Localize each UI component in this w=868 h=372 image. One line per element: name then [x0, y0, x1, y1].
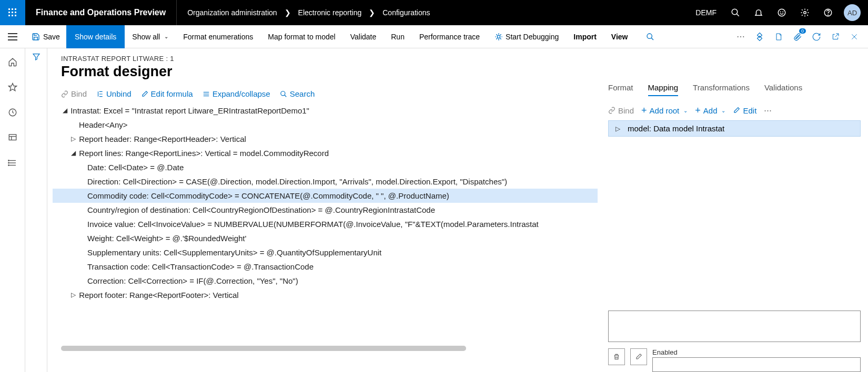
tree-node[interactable]: ▷ Report footer: Range<ReportFooter>: Ve…: [61, 288, 598, 302]
unbind-button[interactable]: Unbind: [96, 89, 132, 98]
performance-trace-button[interactable]: Performance trace: [412, 25, 487, 48]
save-button[interactable]: Save: [25, 25, 66, 48]
add-button[interactable]: +Add⌄: [695, 106, 725, 115]
avatar[interactable]: AD: [844, 4, 861, 21]
svg-point-38: [280, 91, 285, 95]
svg-line-10: [736, 14, 739, 16]
caret-right-icon[interactable]: ▷: [69, 288, 77, 302]
start-debugging-button[interactable]: Start Debugging: [487, 25, 566, 48]
import-button[interactable]: Import: [566, 25, 604, 48]
format-tree-panel: INTRASTAT REPORT LITWARE : 1 Format desi…: [47, 48, 608, 372]
star-icon[interactable]: [2, 78, 23, 97]
tree-node[interactable]: Direction: Cell<Direction> = CASE(@.Dire…: [61, 174, 598, 189]
refresh-icon[interactable]: [807, 25, 826, 48]
popout-icon[interactable]: [826, 25, 845, 48]
hamburger-icon[interactable]: [0, 25, 25, 48]
caret-right-icon[interactable]: ▷: [69, 132, 77, 146]
chevron-right-icon: ❯: [285, 8, 291, 17]
close-icon[interactable]: [845, 25, 864, 48]
mapping-bind-button[interactable]: Bind: [608, 106, 634, 115]
edit-pencil-icon[interactable]: [630, 348, 647, 365]
delete-icon[interactable]: [608, 348, 625, 365]
add-root-button[interactable]: +Add root⌄: [641, 106, 688, 115]
tree-node[interactable]: ◢ Intrastat: Excel = "Intrastat report L…: [61, 104, 598, 118]
workspace-icon[interactable]: [2, 128, 23, 147]
top-bar: Finance and Operations Preview Organizat…: [0, 0, 868, 25]
tree-node[interactable]: Weight: Cell<Weight> = @.'$RoundedWeight…: [61, 231, 598, 245]
breadcrumb-item[interactable]: Organization administration: [187, 8, 277, 17]
tree-node[interactable]: Country/region of destination: Cell<Coun…: [61, 203, 598, 217]
svg-point-16: [828, 15, 829, 15]
svg-point-21: [647, 34, 652, 38]
smiley-icon[interactable]: [771, 0, 792, 25]
format-tree: ◢ Intrastat: Excel = "Intrastat report L…: [61, 104, 598, 302]
show-details-button[interactable]: Show details: [66, 25, 125, 48]
tree-node[interactable]: ◢ Report lines: Range<ReportLines>: Vert…: [61, 146, 598, 160]
search-icon[interactable]: [725, 0, 746, 25]
svg-point-33: [8, 162, 9, 163]
tree-node[interactable]: Transaction code: Cell<TransactionCode> …: [61, 260, 598, 274]
caret-down-icon[interactable]: ◢: [61, 104, 68, 118]
svg-point-9: [732, 9, 738, 15]
expand-collapse-button[interactable]: Expand/collapse: [203, 89, 270, 98]
validate-button[interactable]: Validate: [343, 25, 384, 48]
view-button[interactable]: View: [604, 25, 635, 48]
tree-node[interactable]: Correction: Cell<Correction> = IF(@.Corr…: [61, 274, 598, 288]
svg-rect-6: [8, 15, 10, 16]
svg-rect-8: [15, 15, 16, 16]
help-icon[interactable]: [817, 0, 839, 25]
bell-icon[interactable]: [748, 0, 769, 25]
panel-tabs: Format Mapping Transformations Validatio…: [608, 55, 861, 96]
edit-formula-button[interactable]: Edit formula: [141, 89, 193, 98]
enabled-input[interactable]: [652, 357, 861, 372]
page-title: Format designer: [61, 64, 598, 80]
left-rail: [0, 48, 25, 372]
caret-down-icon[interactable]: ◢: [69, 146, 77, 160]
mapping-more-icon[interactable]: ⋯: [764, 106, 772, 115]
svg-rect-26: [9, 135, 16, 140]
app-launcher-icon[interactable]: [0, 0, 25, 25]
filter-icon[interactable]: [32, 53, 41, 372]
modules-icon[interactable]: [2, 153, 23, 172]
tree-node-selected[interactable]: Commodity code: Cell<CommodityCode> = CO…: [53, 189, 598, 203]
svg-rect-3: [8, 12, 10, 13]
tree-node[interactable]: Date: Cell<Date> = @.Date: [61, 160, 598, 174]
tab-validations[interactable]: Validations: [764, 83, 802, 96]
office-icon[interactable]: [769, 25, 788, 48]
tab-transformations[interactable]: Transformations: [693, 83, 750, 96]
recent-icon[interactable]: [2, 103, 23, 122]
tree-node[interactable]: Supplementary units: Cell<SupplementaryU…: [61, 245, 598, 260]
tree-search-button[interactable]: Search: [280, 89, 315, 98]
caret-right-icon[interactable]: ▷: [614, 125, 621, 132]
svg-rect-0: [8, 8, 10, 10]
formula-textarea[interactable]: [608, 311, 861, 342]
home-icon[interactable]: [2, 53, 23, 71]
scrollbar-thumb[interactable]: [61, 346, 466, 351]
show-all-button[interactable]: Show all⌄: [125, 25, 176, 48]
mapping-tree-root[interactable]: ▷ model: Data model Intrastat: [608, 120, 861, 137]
run-button[interactable]: Run: [383, 25, 412, 48]
bind-button[interactable]: Bind: [61, 89, 87, 98]
map-format-button[interactable]: Map format to model: [260, 25, 342, 48]
tab-format[interactable]: Format: [608, 83, 633, 96]
gear-icon[interactable]: [794, 0, 815, 25]
svg-point-32: [8, 160, 9, 161]
breadcrumb-item[interactable]: Configurations: [382, 8, 430, 17]
horizontal-scrollbar[interactable]: [61, 346, 466, 351]
search-command-icon[interactable]: [641, 25, 660, 48]
model-label: model: Data model Intrastat: [628, 124, 724, 133]
app-title: Finance and Operations Preview: [25, 0, 177, 25]
tree-node[interactable]: Invoice value: Cell<InvoiceValue> = NUMB…: [61, 217, 598, 231]
tab-mapping[interactable]: Mapping: [648, 83, 679, 96]
diamond-icon[interactable]: [750, 25, 769, 48]
tree-node[interactable]: Header<Any>: [61, 118, 598, 132]
mapping-detail-bottom: Enabled: [608, 311, 861, 372]
attachments-icon[interactable]: 0: [788, 25, 807, 48]
format-enumerations-button[interactable]: Format enumerations: [176, 25, 260, 48]
tree-node[interactable]: ▷ Report header: Range<ReportHeader>: Ve…: [61, 132, 598, 146]
svg-rect-5: [15, 12, 16, 13]
breadcrumb-item[interactable]: Electronic reporting: [298, 8, 362, 17]
more-icon[interactable]: ⋯: [731, 25, 750, 48]
company-code[interactable]: DEMF: [689, 8, 723, 17]
edit-button[interactable]: Edit: [733, 106, 756, 115]
